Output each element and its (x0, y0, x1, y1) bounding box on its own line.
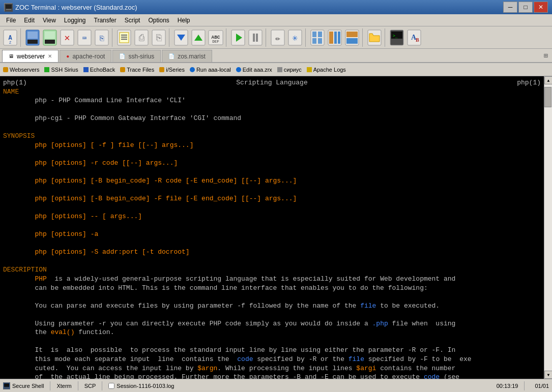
desc-line-7: this mode each separate input line conta… (3, 355, 541, 364)
toolbar-btn-play[interactable] (230, 28, 246, 47)
toolbar-btn-1[interactable]: A Z (2, 28, 18, 47)
bookmark-webservers-label: Webservers (10, 67, 39, 73)
toolbar-btn-asterisk[interactable]: ✳ (287, 28, 303, 47)
svg-text:Z: Z (9, 41, 11, 45)
scroll-track[interactable] (544, 84, 552, 371)
toolbar-btn-2[interactable] (24, 28, 41, 47)
svg-rect-22 (121, 39, 127, 40)
toolbar-btn-ab[interactable]: A B (406, 28, 422, 47)
svg-rect-37 (253, 34, 255, 42)
tab-apache-root[interactable]: ● apache-root (60, 50, 111, 62)
toolbar-btn-9[interactable]: ⎘ (151, 28, 167, 47)
name-blank-1 (3, 105, 541, 114)
bookmark-edit-aaa[interactable]: Edit aaa.zrx (236, 67, 272, 73)
bookmark-iseries-label: i/Series (166, 67, 185, 73)
bookmark-echoback[interactable]: EchoBack (83, 67, 115, 73)
tab-grid-button[interactable]: ⊞ (542, 49, 550, 62)
tab-zos-marist[interactable]: 📄 zos.marist (162, 50, 212, 62)
toolbar-separator-3 (169, 28, 171, 47)
toolbar-separator-7 (362, 28, 364, 47)
status-log-label: Session-1116-0103.log (117, 383, 174, 389)
status-xterm: Xterm (56, 383, 71, 389)
status-bar: Secure Shell Xterm SCP Session-1116-0103… (0, 379, 552, 392)
svg-rect-53 (346, 32, 358, 37)
scroll-down-button[interactable]: ▼ (544, 371, 552, 379)
toolbar-btn-grid2[interactable] (327, 28, 343, 47)
bookmark-sirius-cyrillic[interactable]: сириус (277, 67, 302, 73)
bookmark-iseries[interactable]: i/Series (159, 67, 185, 73)
toolbar-btn-grid1[interactable] (309, 28, 326, 47)
bookmark-webservers[interactable]: Webservers (3, 67, 39, 73)
svg-text:⌨: ⌨ (82, 35, 87, 43)
tab-bar: 🖥 webserver ✕ ● apache-root 📄 ssh-sirius… (0, 49, 552, 63)
svg-text:✳: ✳ (293, 33, 298, 43)
status-page: 01/01 (535, 383, 549, 389)
terminal[interactable]: php(1) Scripting Language php(1) NAME ph… (0, 76, 544, 379)
desc-line-9: of the actual line being processed. Furt… (3, 373, 541, 379)
toolbar-btn-4[interactable]: ✕ (59, 28, 75, 47)
tab-ssh-sirius-label: ssh-sirius (128, 53, 154, 60)
menu-options[interactable]: Options (144, 16, 173, 25)
name-line-2: php-cgi - PHP Common Gateway Interface '… (3, 114, 541, 123)
scroll-thumb[interactable] (544, 87, 551, 107)
syn-blank-4 (3, 203, 541, 213)
close-button[interactable]: ✕ (534, 2, 548, 13)
toolbar-btn-3[interactable] (42, 28, 58, 47)
svg-rect-21 (121, 37, 127, 38)
syn-line-6: php [options] -a (3, 230, 541, 239)
toolbar-btn-grid3[interactable] (344, 28, 360, 47)
toolbar-btn-folder[interactable] (366, 28, 383, 47)
status-scp: SCP (84, 383, 96, 389)
syn-blank-2 (3, 167, 541, 176)
scrollbar[interactable]: ▲ ▼ (544, 76, 552, 379)
status-sep-2 (78, 381, 78, 390)
menu-view[interactable]: View (39, 16, 60, 25)
bookmark-ssh-sirius[interactable]: SSH Sirius (44, 67, 78, 73)
desc-line-2: can be embedded into HTML. This is the c… (3, 284, 541, 293)
toolbar-btn-down[interactable] (173, 28, 189, 47)
bookmark-trace-files[interactable]: Trace Files (120, 67, 154, 73)
svg-text:⎘: ⎘ (156, 33, 162, 43)
toolbar-btn-edit[interactable]: ✏ (270, 28, 286, 47)
svg-text:ABC: ABC (212, 34, 220, 40)
menu-logging[interactable]: Logging (60, 16, 90, 25)
menu-transfer[interactable]: Transfer (90, 16, 121, 25)
minimize-button[interactable]: ─ (503, 2, 517, 13)
tab-ssh-sirius[interactable]: 📄 ssh-sirius (112, 50, 161, 62)
name-line-1: php - PHP Command Line Interface 'CLI' (3, 96, 541, 105)
name-blank-2 (3, 123, 541, 132)
toolbar-separator-4 (226, 28, 228, 47)
svg-rect-11 (45, 40, 55, 44)
menu-edit[interactable]: Edit (20, 16, 39, 25)
bookmark-run-aaa-label: Run aaa-local (196, 67, 231, 73)
tab-zos-marist-icon: 📄 (168, 53, 175, 59)
desc-line-3: You can parse and execute files by using… (3, 301, 541, 311)
toolbar-btn-5[interactable]: ⌨ (76, 28, 93, 47)
toolbar-btn-abc[interactable]: ABC DEF (208, 28, 224, 47)
toolbar-btn-terminal[interactable]: >_ (389, 28, 405, 47)
toolbar-btn-up[interactable] (190, 28, 207, 47)
bookmark-apache-logs[interactable]: Apache Logs (307, 67, 346, 73)
section-description: DESCRIPTION (3, 265, 541, 275)
scroll-up-button[interactable]: ▲ (544, 76, 552, 84)
bookmark-run-aaa[interactable]: Run aaa-local (190, 67, 231, 73)
toolbar-btn-7[interactable] (116, 28, 132, 47)
menu-help[interactable]: Help (173, 16, 194, 25)
desc-line-5: the eval() function. (3, 328, 541, 337)
toolbar-btn-8[interactable]: ⎙ (133, 28, 150, 47)
app-icon (4, 3, 12, 11)
tab-webserver[interactable]: 🖥 webserver ✕ (2, 50, 59, 62)
toolbar-btn-6[interactable]: ⎘ (94, 28, 110, 47)
menu-script[interactable]: Script (121, 16, 144, 25)
toolbar-separator-6 (305, 28, 307, 47)
tab-webserver-close[interactable]: ✕ (48, 53, 52, 59)
maximize-button[interactable]: □ (518, 2, 533, 13)
status-log-item: Session-1116-0103.log (108, 383, 174, 389)
syn-line-3: php [options] [-B begin_code] -R code [-… (3, 176, 541, 186)
desc-line-4: Using parameter -r you can directly exec… (3, 319, 541, 328)
status-sep-1 (50, 381, 50, 390)
syn-line-5: php [options] -- [ args...] (3, 212, 541, 221)
toolbar-btn-pause[interactable] (247, 28, 264, 47)
status-log-checkbox[interactable] (108, 383, 114, 389)
menu-file[interactable]: File (2, 16, 20, 25)
